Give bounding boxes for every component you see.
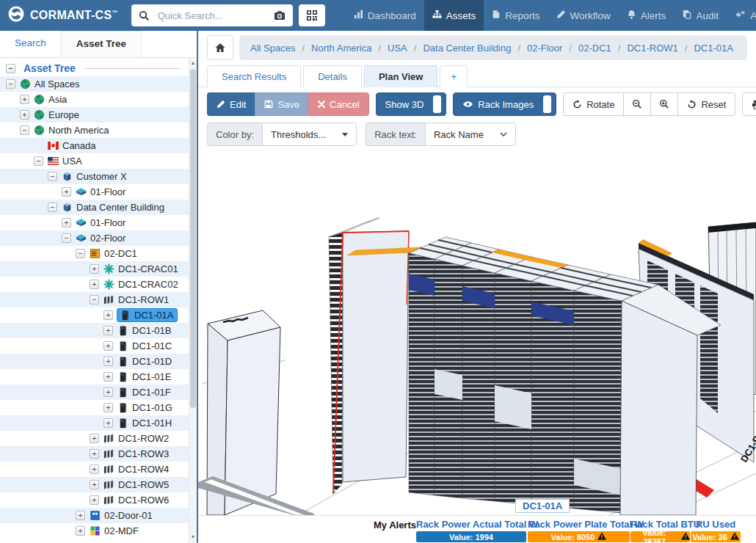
tree-item-02-floor[interactable]: −02-Floor (0, 230, 197, 246)
sidebar-scrollbar[interactable]: ▲ ▼ (189, 59, 197, 543)
expand-icon[interactable]: + (62, 187, 71, 197)
expand-icon[interactable]: + (20, 95, 29, 104)
tree-item-01-floor[interactable]: +01-Floor (0, 215, 197, 230)
breadcrumb-link-data-center-building[interactable]: Data Center Building (423, 43, 511, 54)
tree-item-dc1-row1[interactable]: −DC1-ROW1 (0, 292, 197, 307)
expand-icon[interactable]: + (103, 310, 113, 320)
tree-item-north-america[interactable]: −North America (0, 123, 197, 138)
tree-item-dc1-crac01[interactable]: +DC1-CRAC01 (0, 261, 197, 277)
expand-icon[interactable]: + (103, 372, 113, 382)
tree-item-dc1-01h[interactable]: +DC1-01H (0, 415, 197, 431)
expand-icon[interactable]: + (90, 449, 99, 459)
color-by-dropdown[interactable]: Thresholds... (262, 123, 357, 146)
search-icon[interactable] (131, 4, 158, 26)
expand-icon[interactable]: + (90, 495, 99, 505)
collapse-icon[interactable]: − (6, 79, 15, 89)
expand-icon[interactable]: + (62, 218, 71, 227)
collapse-icon[interactable]: − (34, 156, 43, 166)
tree-item-dc1-row3[interactable]: +DC1-ROW3 (0, 446, 197, 462)
tree-item-02-dc1[interactable]: −02-DC1 (0, 246, 197, 261)
expand-icon[interactable]: + (90, 464, 99, 474)
tree-item-europe[interactable]: +Europe (0, 107, 197, 123)
expand-icon[interactable]: + (76, 511, 85, 520)
breadcrumb-link-dc1-row1[interactable]: DC1-ROW1 (627, 43, 677, 54)
tree-item-dc1-01b[interactable]: +DC1-01B (0, 323, 197, 338)
zoom-in-button[interactable] (650, 92, 677, 116)
expand-icon[interactable]: + (103, 418, 113, 428)
tree-item-dc1-01g[interactable]: +DC1-01G (0, 400, 197, 415)
plan-3d-viewport[interactable]: DC1-ROW6 DC1-01A (198, 150, 756, 515)
expand-icon[interactable]: + (90, 480, 99, 489)
collapse-icon[interactable]: − (76, 249, 85, 258)
plan-3d-scene[interactable]: DC1-ROW6 (198, 150, 756, 515)
nav-item-assets[interactable]: Assets (424, 0, 484, 31)
tree-item-dc1-row6[interactable]: +DC1-ROW6 (0, 492, 197, 508)
nav-item-reports[interactable]: Reports (484, 0, 548, 31)
expand-icon[interactable]: + (90, 434, 99, 443)
nav-item-audit[interactable]: Audit (674, 0, 727, 31)
tree-item-customer-x[interactable]: −Customer X (0, 169, 197, 184)
tree-item-dc1-01d[interactable]: +DC1-01D (0, 354, 197, 369)
breadcrumb-link-dc1-01a[interactable]: DC1-01A (694, 43, 733, 54)
tab-search-results[interactable]: Search Results (207, 65, 301, 87)
expand-icon[interactable]: + (103, 341, 113, 351)
sidebar-tab-search[interactable]: Search (0, 31, 62, 57)
home-icon[interactable] (207, 35, 233, 60)
expand-icon[interactable]: + (103, 357, 113, 366)
rack-text-select[interactable]: Rack Name (425, 123, 516, 146)
tree-item-dc1-row4[interactable]: +DC1-ROW4 (0, 462, 197, 477)
tree-item-02-door-01[interactable]: +02-Door-01 (0, 508, 197, 523)
tree-item-dc1-01a[interactable]: +DC1-01A (0, 307, 197, 323)
scroll-up-icon[interactable]: ▲ (189, 59, 197, 68)
tree-item-canada[interactable]: Canada (0, 138, 197, 153)
print-button[interactable]: Print (742, 92, 756, 116)
expand-icon[interactable]: + (103, 387, 113, 397)
tab-details[interactable]: Details (303, 65, 362, 87)
rack-3d-selected[interactable] (329, 218, 409, 494)
expand-icon[interactable]: + (20, 110, 29, 120)
qr-code-icon[interactable] (299, 4, 325, 26)
quick-search-input[interactable] (158, 5, 266, 26)
breadcrumb-link-usa[interactable]: USA (388, 43, 407, 54)
expand-icon[interactable]: + (103, 326, 113, 335)
tree-item-all-spaces[interactable]: −All Spaces (0, 76, 197, 92)
breadcrumb-link-02-dc1[interactable]: 02-DC1 (578, 43, 611, 54)
collapse-icon[interactable]: − (62, 233, 71, 243)
camera-icon[interactable] (266, 4, 293, 26)
tree-item-dc1-01c[interactable]: +DC1-01C (0, 338, 197, 354)
cancel-button[interactable]: Cancel (308, 92, 368, 116)
edit-button[interactable]: Edit (207, 92, 255, 116)
tree-item-dc1-row2[interactable]: +DC1-ROW2 (0, 431, 197, 446)
scroll-thumb[interactable] (190, 69, 196, 408)
breadcrumb-link-north-america[interactable]: North America (311, 43, 371, 54)
save-button[interactable]: Save (255, 92, 308, 116)
expand-icon[interactable]: + (76, 526, 85, 536)
selected-rack-label[interactable]: DC1-01A (515, 499, 570, 513)
tree-item-dc1-01e[interactable]: +DC1-01E (0, 369, 197, 385)
tree-item-dc1-01f[interactable]: +DC1-01F (0, 385, 197, 400)
tree-item-dc1-crac02[interactable]: +DC1-CRAC02 (0, 277, 197, 292)
expand-icon[interactable]: + (90, 264, 99, 274)
nav-item-admin[interactable]: Admin (727, 0, 756, 31)
nav-item-alerts[interactable]: Alerts (619, 0, 675, 31)
tree-item-usa[interactable]: −USA (0, 153, 197, 169)
collapse-icon[interactable]: − (48, 172, 57, 181)
nav-item-workflow[interactable]: Workflow (548, 0, 619, 31)
tree-item-data-center-building[interactable]: −Data Center Building (0, 200, 197, 215)
expand-icon[interactable]: + (103, 403, 113, 412)
collapse-icon[interactable]: − (48, 203, 57, 212)
expand-icon[interactable]: + (90, 280, 99, 289)
rotate-button[interactable]: Rotate (563, 92, 623, 116)
tree-item-01-floor[interactable]: +01-Floor (0, 184, 197, 200)
reset-button[interactable]: Reset (677, 92, 735, 116)
scroll-down-icon[interactable]: ▼ (189, 533, 197, 542)
collapse-icon[interactable]: − (20, 125, 29, 135)
show-3d-toggle[interactable]: Show 3D (376, 92, 447, 116)
selected-tree-item[interactable]: DC1-01A (117, 308, 178, 322)
breadcrumb-link-all-spaces[interactable]: All Spaces (250, 43, 295, 54)
tab-plan-view[interactable]: Plan View (364, 65, 437, 87)
tree-item-asia[interactable]: +Asia (0, 92, 197, 107)
sidebar-tab-asset-tree[interactable]: Asset Tree (62, 31, 142, 57)
collapse-icon[interactable]: − (90, 295, 99, 305)
collapse-icon[interactable]: − (6, 64, 15, 73)
